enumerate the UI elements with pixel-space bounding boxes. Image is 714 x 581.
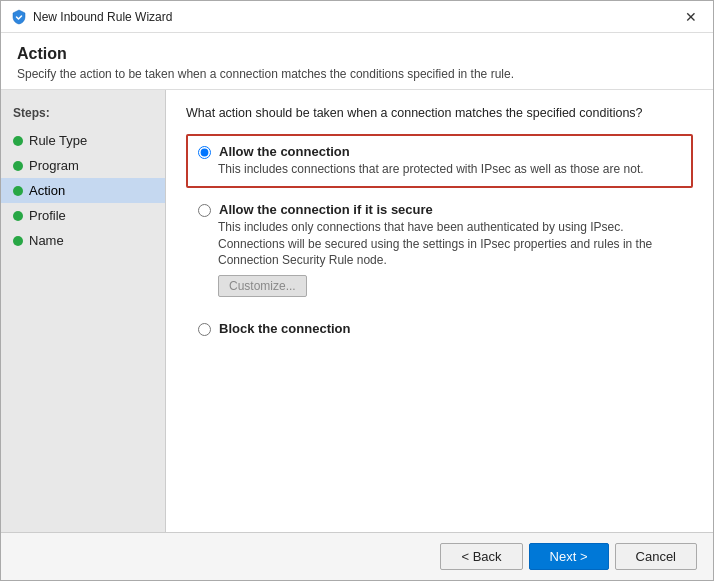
titlebar-left: New Inbound Rule Wizard [11,9,172,25]
content-area: Steps: Rule Type Program Action Profile … [1,90,713,532]
option-allow-desc: This includes connections that are prote… [218,161,681,178]
radio-block[interactable] [198,323,211,336]
close-button[interactable]: ✕ [679,5,703,29]
steps-label: Steps: [1,102,165,128]
sidebar-item-program[interactable]: Program [1,153,165,178]
customize-button[interactable]: Customize... [218,275,307,297]
sidebar-item-profile[interactable]: Profile [1,203,165,228]
option-block-label[interactable]: Block the connection [219,321,350,336]
option-block-row: Block the connection [198,321,681,336]
option-allow-secure-row: Allow the connection if it is secure [198,202,681,217]
sidebar-label-name: Name [29,233,64,248]
step-dot-program [13,161,23,171]
sidebar-item-action[interactable]: Action [1,178,165,203]
sidebar-label-profile: Profile [29,208,66,223]
cancel-button[interactable]: Cancel [615,543,697,570]
titlebar: New Inbound Rule Wizard ✕ [1,1,713,33]
sidebar-label-program: Program [29,158,79,173]
next-button[interactable]: Next > [529,543,609,570]
footer: < Back Next > Cancel [1,532,713,580]
header-section: Action Specify the action to be taken wh… [1,33,713,90]
sidebar: Steps: Rule Type Program Action Profile … [1,90,166,532]
sidebar-item-rule-type[interactable]: Rule Type [1,128,165,153]
wizard-window: New Inbound Rule Wizard ✕ Action Specify… [0,0,714,581]
option-allow-label[interactable]: Allow the connection [219,144,350,159]
sidebar-label-rule-type: Rule Type [29,133,87,148]
option-allow-secure-desc: This includes only connections that have… [218,219,681,269]
header-description: Specify the action to be taken when a co… [17,67,697,81]
page-title: Action [17,45,697,63]
sidebar-label-action: Action [29,183,65,198]
step-dot-rule-type [13,136,23,146]
option-allow-secure-label[interactable]: Allow the connection if it is secure [219,202,433,217]
back-button[interactable]: < Back [440,543,522,570]
step-dot-name [13,236,23,246]
option-group: Allow the connection This includes conne… [186,134,693,352]
step-dot-profile [13,211,23,221]
step-dot-action [13,186,23,196]
option-allow-row: Allow the connection [198,144,681,159]
shield-icon [11,9,27,25]
option-allow-secure-box: Allow the connection if it is secure Thi… [186,192,693,307]
main-content: What action should be taken when a conne… [166,90,713,532]
sidebar-item-name[interactable]: Name [1,228,165,253]
option-allow-box: Allow the connection This includes conne… [186,134,693,188]
radio-allow[interactable] [198,146,211,159]
radio-allow-secure[interactable] [198,204,211,217]
option-block-box: Block the connection [186,311,693,348]
question-text: What action should be taken when a conne… [186,106,693,120]
titlebar-title: New Inbound Rule Wizard [33,10,172,24]
